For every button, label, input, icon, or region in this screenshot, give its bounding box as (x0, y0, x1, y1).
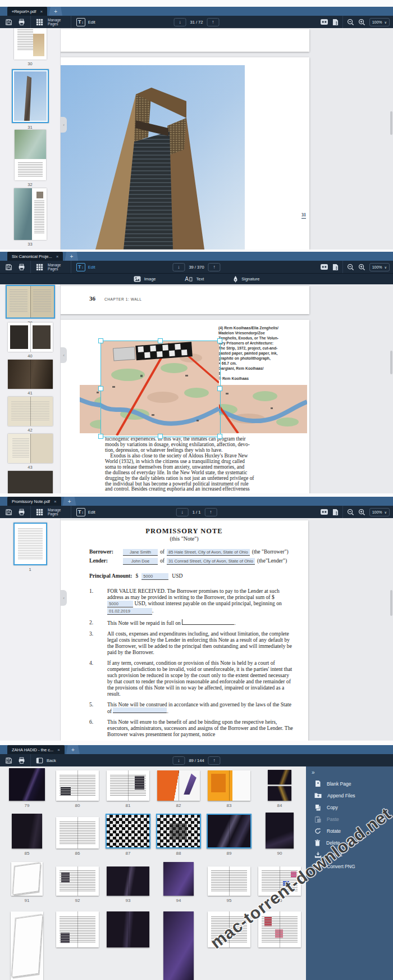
tab-close-icon[interactable]: × (54, 499, 57, 504)
thumbnail-page-42[interactable]: 42 (0, 397, 60, 433)
page-down-button[interactable]: ↓ (176, 508, 189, 516)
page-indicator[interactable]: 31 / 72 (190, 20, 203, 25)
page-indicator[interactable]: 89 / 144 (189, 758, 204, 763)
save-icon[interactable] (5, 509, 12, 516)
selection-handle[interactable] (98, 338, 103, 343)
grid-page-80[interactable]: 80 (52, 770, 103, 808)
manage-pages-button[interactable]: Manage Pages (31, 261, 71, 273)
zoom-level-dropdown[interactable]: 100% ∨ (369, 263, 390, 271)
tab-six-canonical[interactable]: Six Canonical Proje... × (7, 252, 63, 261)
page-up-button[interactable]: ↑ (207, 18, 219, 26)
edit-button[interactable]: T↕ Edit (71, 506, 100, 518)
thumbnail-page-31-selected[interactable]: 31 (0, 69, 60, 130)
sidebar-collapse-handle[interactable]: ‹ (61, 117, 67, 133)
thumbnail-page-39-selected[interactable]: 39 (0, 285, 60, 325)
grid-page-94[interactable]: 94 (153, 862, 204, 903)
selection-handle[interactable] (217, 386, 222, 391)
tab-close-icon[interactable]: × (56, 254, 59, 259)
grid-page-90[interactable]: 90 (254, 813, 305, 856)
page-number-link[interactable]: 31 (301, 212, 306, 219)
borrower-address-field[interactable]: 85 Hale Street, City of Avon, State of O… (167, 549, 250, 556)
single-page-icon[interactable] (332, 264, 339, 271)
selection-handle[interactable] (158, 434, 163, 439)
new-tab-button[interactable]: + (66, 745, 80, 754)
single-page-icon[interactable] (332, 509, 339, 516)
grid-page-partial[interactable] (52, 911, 103, 947)
sidebar-collapse-handle[interactable]: ‹ (61, 347, 67, 363)
thumbnail-page-43[interactable]: 43 (0, 434, 60, 470)
zoom-out-icon[interactable] (347, 509, 354, 516)
print-icon[interactable] (18, 509, 25, 516)
signature-tool-button[interactable]: Signature (233, 276, 259, 283)
zoom-out-icon[interactable] (347, 264, 354, 271)
print-icon[interactable] (18, 19, 25, 26)
zoom-level-dropdown[interactable]: 100% ∨ (369, 508, 390, 516)
grid-page-91[interactable]: 91 (2, 862, 52, 903)
selection-handle[interactable] (217, 338, 222, 343)
blank-page-button[interactable]: Blank Page (306, 778, 393, 790)
grid-page-88-selected[interactable]: 88 (153, 814, 204, 856)
grid-page-93[interactable]: 93 (103, 866, 153, 903)
tab-zaha-hadid[interactable]: ZAHA HADID - the c... × (7, 745, 65, 754)
image-tool-button[interactable]: Image (134, 276, 156, 282)
item1-date-field[interactable]: 01.02.2019 (107, 608, 152, 615)
grid-page-83[interactable]: 83 (204, 770, 254, 808)
thumbnail-page-32[interactable]: 32 (0, 130, 60, 187)
edit-button-active[interactable]: T↕ Edit (71, 261, 100, 273)
print-icon[interactable] (18, 757, 25, 764)
thumbnail-page-30[interactable]: 30 (0, 28, 60, 66)
tab-close-icon[interactable]: × (57, 747, 60, 752)
grid-page-partial[interactable] (103, 911, 153, 947)
zoom-in-icon[interactable] (358, 19, 365, 26)
back-button[interactable]: Back (31, 754, 61, 766)
vertical-scrollbar[interactable] (390, 111, 392, 135)
grid-page-89-selected[interactable]: 89 (204, 814, 254, 856)
tab-report[interactable]: «Report».pdf × (7, 7, 47, 16)
selection-handle[interactable] (98, 434, 103, 439)
page-down-button[interactable]: ↓ (172, 756, 185, 765)
thumbnail-page-41[interactable]: 41 (0, 360, 60, 396)
zoom-in-icon[interactable] (358, 264, 365, 271)
principal-field[interactable]: 5000 (141, 573, 168, 580)
grid-page-87-selected[interactable]: 87 (103, 814, 153, 856)
page-up-button[interactable]: ↑ (208, 756, 221, 765)
tab-close-icon[interactable]: × (40, 9, 43, 14)
grid-page-81[interactable]: 81 (103, 770, 153, 808)
item5-blank-field[interactable] (113, 707, 167, 713)
item2-blank-field[interactable] (182, 619, 234, 625)
borrower-name-field[interactable]: Jane Smith (123, 549, 158, 556)
thumbnail-page-1-selected[interactable]: 1 (0, 523, 60, 572)
zoom-in-icon[interactable] (358, 509, 365, 516)
grid-page-86[interactable]: 86 (52, 817, 103, 856)
grid-page-82[interactable]: 82 (153, 770, 204, 808)
sidebar-expand-button[interactable]: » (306, 766, 393, 778)
zoom-level-dropdown[interactable]: 100% ∨ (369, 18, 390, 26)
grid-page-84[interactable]: 84 (254, 770, 305, 808)
grid-page-partial[interactable] (2, 911, 52, 980)
facing-pages-icon[interactable] (320, 264, 328, 270)
new-tab-button[interactable]: + (49, 7, 62, 16)
manage-pages-button[interactable]: Manage Pages (31, 506, 71, 518)
item1-amount-field[interactable]: 5000 (107, 601, 133, 607)
page-indicator[interactable]: 1 / 1 (193, 510, 201, 515)
grid-page-95[interactable]: 95 (204, 866, 254, 903)
manage-pages-button[interactable]: Manage Pages (31, 16, 71, 28)
vertical-scrollbar[interactable] (390, 590, 392, 616)
tab-promissory[interactable]: Promissory Note.pdf × (7, 497, 61, 506)
grid-page-85[interactable]: 85 (2, 814, 52, 856)
zoom-out-icon[interactable] (347, 19, 354, 26)
edit-button[interactable]: T↕ Edit (71, 16, 100, 28)
selection-handle[interactable] (217, 434, 222, 439)
page-up-button[interactable]: ↑ (204, 508, 217, 516)
thumbnail-page-40[interactable]: 40 (0, 323, 60, 359)
page-indicator[interactable]: 39 / 370 (189, 265, 204, 270)
new-tab-button[interactable]: + (63, 497, 76, 506)
grid-page-92[interactable]: 92 (52, 866, 103, 903)
page-down-button[interactable]: ↓ (172, 263, 185, 271)
sidebar-collapse-handle[interactable]: ‹ (61, 590, 67, 606)
vertical-scrollbar[interactable] (390, 351, 392, 374)
facing-pages-icon[interactable] (320, 19, 328, 25)
append-files-button[interactable]: Append Files (306, 790, 393, 801)
lender-name-field[interactable]: John Doe (123, 558, 158, 565)
thumbnail-page-33[interactable]: 33 (0, 188, 60, 247)
